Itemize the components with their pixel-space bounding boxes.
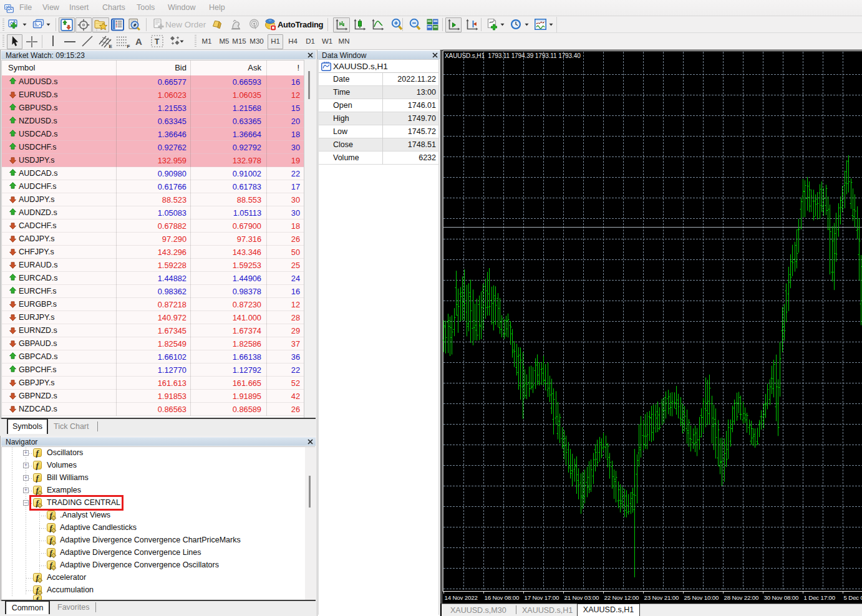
- svg-text:F: F: [127, 44, 130, 49]
- svg-text:1 Dec 17:00: 1 Dec 17:00: [804, 594, 836, 601]
- svg-text:25 Nov 10:00: 25 Nov 10:00: [684, 594, 720, 601]
- svg-text:23 Nov 21:00: 23 Nov 21:00: [644, 594, 680, 601]
- svg-text:17 Nov 17:00: 17 Nov 17:00: [525, 594, 560, 601]
- svg-text:5 Dec 03:00: 5 Dec 03:00: [844, 594, 862, 601]
- svg-text:22 Nov 12:00: 22 Nov 12:00: [604, 594, 640, 601]
- svg-text:T: T: [155, 37, 160, 46]
- svg-text:30 Nov 08:00: 30 Nov 08:00: [764, 594, 800, 601]
- svg-text:21 Nov 03:00: 21 Nov 03:00: [564, 594, 600, 601]
- svg-text:16 Nov 08:00: 16 Nov 08:00: [485, 594, 520, 601]
- svg-text:14 Nov 2022: 14 Nov 2022: [445, 594, 478, 601]
- svg-text:XAUUSD.s,H1 1793.11 1794.39 1: XAUUSD.s,H1 1793.11 1794.39 1793.11 1793…: [445, 52, 581, 59]
- svg-text:E: E: [109, 44, 113, 49]
- svg-text:28 Nov 22:00: 28 Nov 22:00: [724, 594, 760, 601]
